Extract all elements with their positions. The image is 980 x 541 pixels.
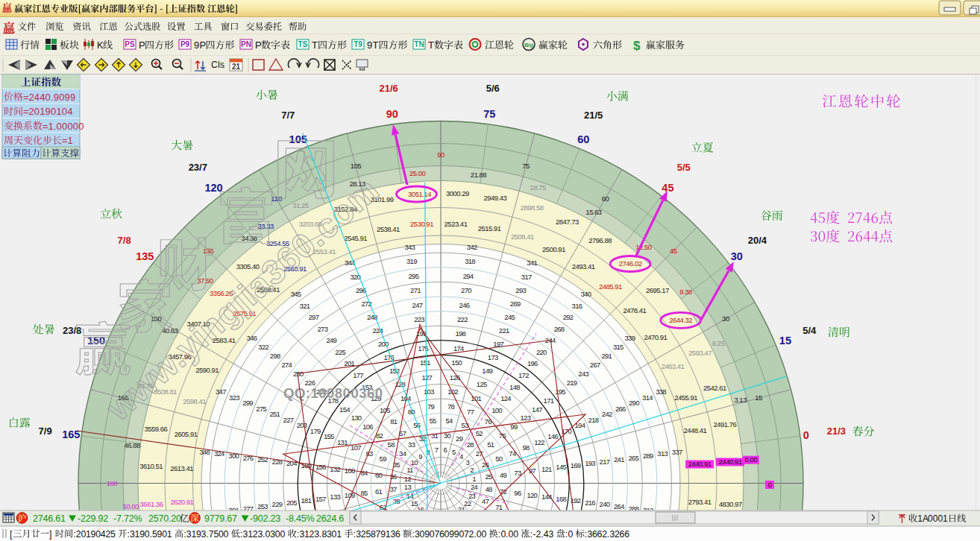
svg-text:180: 180 [107, 479, 118, 487]
svg-text:152: 152 [389, 367, 400, 375]
svg-text:9: 9 [54, 92, 59, 103]
svg-text:79: 79 [427, 402, 435, 411]
svg-text:253: 253 [257, 502, 268, 510]
svg-text:60: 60 [602, 194, 609, 203]
svg-text:77: 77 [467, 408, 474, 416]
svg-text:75: 75 [522, 162, 530, 170]
svg-text:60: 60 [577, 133, 589, 145]
svg-text:0: 0 [51, 106, 56, 117]
svg-text:126: 126 [450, 373, 460, 382]
svg-text:74: 74 [509, 449, 516, 458]
svg-text:299: 299 [242, 399, 253, 407]
svg-text:29: 29 [456, 434, 463, 443]
svg-text:151: 151 [420, 358, 430, 367]
svg-text:266: 266 [615, 405, 626, 413]
svg-text:319: 319 [406, 257, 417, 265]
svg-text:P: P [200, 39, 207, 51]
svg-text:61: 61 [375, 487, 383, 496]
svg-text:23/7: 23/7 [189, 162, 207, 173]
svg-text:33.33: 33.33 [257, 222, 273, 230]
svg-text:81: 81 [390, 417, 398, 425]
svg-text:PN: PN [241, 40, 251, 48]
svg-text:315: 315 [613, 343, 624, 351]
svg-text:4830.97: 4830.97 [719, 500, 742, 508]
svg-text:24: 24 [471, 483, 478, 491]
svg-text:124: 124 [500, 394, 511, 402]
svg-text:6: 6 [395, 529, 401, 540]
svg-text:196: 196 [527, 359, 538, 367]
svg-text:37.50: 37.50 [197, 276, 213, 285]
svg-text:2440.91: 2440.91 [719, 458, 742, 466]
svg-text:2523.41: 2523.41 [445, 220, 468, 228]
svg-text:0: 0 [67, 121, 72, 132]
svg-text:2793.41: 2793.41 [688, 498, 712, 506]
svg-text:3.13: 3.13 [734, 396, 747, 404]
svg-text:154: 154 [339, 405, 350, 414]
svg-text:251: 251 [269, 410, 280, 418]
svg-text:2478.41: 2478.41 [623, 306, 646, 314]
svg-text:0: 0 [59, 92, 64, 103]
svg-text:Big: Big [524, 42, 534, 48]
svg-text:2538.41: 2538.41 [377, 225, 400, 233]
svg-text:-7.72%: -7.72% [113, 513, 142, 524]
svg-text:321: 321 [300, 302, 310, 310]
svg-text:6.25: 6.25 [712, 339, 725, 347]
svg-text:347: 347 [216, 387, 226, 396]
svg-text:264: 264 [614, 502, 624, 510]
svg-text:179: 179 [310, 427, 321, 435]
svg-text:2515.91: 2515.91 [478, 224, 501, 232]
svg-text:P: P [255, 39, 262, 51]
svg-text:QQ:100800360: QQ:100800360 [283, 385, 383, 401]
svg-text:316: 316 [572, 302, 582, 310]
svg-text:169: 169 [571, 461, 581, 469]
svg-text:4: 4 [40, 92, 45, 103]
svg-text:221: 221 [499, 326, 509, 335]
svg-text:222: 222 [457, 315, 468, 323]
svg-text:240: 240 [600, 500, 610, 508]
svg-text:85: 85 [361, 489, 368, 497]
svg-text:0: 0 [45, 92, 51, 103]
svg-text:294: 294 [463, 272, 474, 280]
svg-text:265: 265 [629, 454, 639, 462]
svg-text:340: 340 [581, 290, 591, 298]
svg-text:177: 177 [353, 371, 363, 379]
svg-text:75: 75 [483, 108, 495, 120]
svg-text:133: 133 [330, 493, 340, 501]
svg-text:0: 0 [34, 106, 40, 117]
svg-text:0: 0 [513, 529, 518, 540]
svg-text:96: 96 [514, 489, 521, 497]
svg-text:21/3: 21/3 [827, 425, 846, 437]
svg-text:217: 217 [600, 458, 610, 466]
svg-text:TN: TN [414, 40, 424, 48]
svg-text:322: 322 [258, 343, 268, 351]
svg-text:20/4: 20/4 [748, 235, 767, 246]
svg-text:2605.91: 2605.91 [175, 430, 198, 438]
svg-text:342: 342 [467, 243, 477, 251]
svg-text:292: 292 [563, 313, 574, 321]
svg-text:45: 45 [662, 182, 673, 194]
svg-text:249: 249 [326, 336, 336, 344]
svg-text:0: 0 [768, 481, 772, 489]
svg-text:4: 4 [34, 92, 40, 103]
svg-text:15: 15 [779, 335, 791, 347]
svg-text:3610.51: 3610.51 [139, 462, 163, 470]
svg-text:21.88: 21.88 [471, 171, 486, 179]
svg-text:6: 6 [624, 529, 629, 540]
svg-text:339: 339 [625, 334, 635, 342]
svg-text:243: 243 [578, 370, 588, 378]
svg-text:338: 338 [656, 387, 666, 396]
svg-text:252: 252 [257, 455, 268, 464]
svg-text:269: 269 [510, 300, 521, 308]
svg-text:225: 225 [335, 348, 345, 356]
svg-text:1: 1 [336, 529, 342, 540]
svg-text:1: 1 [40, 106, 45, 117]
svg-text:219: 219 [567, 379, 577, 387]
svg-text:45: 45 [670, 247, 677, 255]
svg-text:168: 168 [556, 495, 566, 503]
svg-text:267: 267 [590, 361, 600, 369]
svg-text:2695.17: 2695.17 [646, 286, 669, 294]
svg-text:148: 148 [509, 383, 520, 391]
svg-text:0: 0 [280, 529, 285, 540]
svg-text:1: 1 [67, 135, 72, 146]
svg-text:-902.23: -902.23 [250, 513, 280, 524]
